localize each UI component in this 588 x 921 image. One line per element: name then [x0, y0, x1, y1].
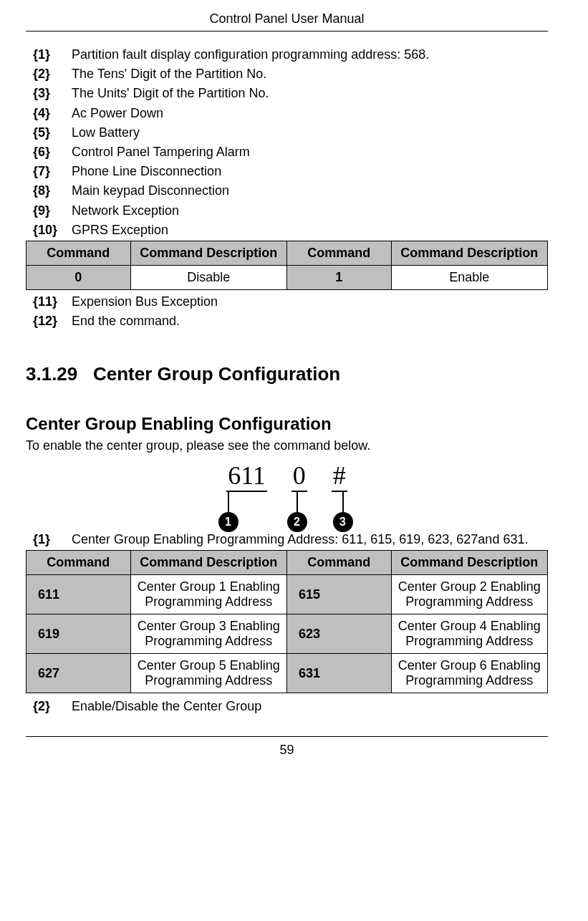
numbered-list-continued: {11}Expension Bus Exception {12}End the … — [26, 293, 548, 330]
command-table-disable-enable: Command Command Description Command Comm… — [26, 241, 548, 290]
cell-description: Center Group 3 Enabling Programming Addr… — [130, 614, 286, 654]
table-row: 619 Center Group 3 Enabling Programming … — [26, 614, 548, 654]
item-text: Partition fault display configuration pr… — [72, 46, 429, 64]
item-number: {7} — [33, 163, 63, 180]
diagram-segments: 611 0 # — [226, 460, 347, 492]
legend-number: {2} — [33, 698, 63, 715]
th: Command — [286, 241, 391, 265]
cell-description: Disable — [130, 265, 286, 289]
item-text: Expension Bus Exception — [72, 293, 218, 311]
cell-description: Enable — [391, 265, 547, 289]
command-diagram: 611 0 # 1 2 3 — [26, 460, 548, 526]
item-number: {4} — [33, 105, 63, 122]
page-footer: 59 — [26, 736, 548, 758]
list-item: {7}Phone Line Disconnection — [33, 163, 548, 180]
list-item: {11}Expension Bus Exception — [33, 293, 548, 311]
item-text: The Units' Digit of the Partition No. — [72, 85, 269, 102]
cell-command: 627 — [26, 654, 131, 693]
diagram-bubble-1: 1 — [218, 512, 238, 532]
th: Command Description — [130, 551, 286, 575]
cell-command: 1 — [286, 265, 391, 289]
item-text: Low Battery — [72, 124, 140, 142]
item-text: Main keypad Disconnection — [72, 182, 229, 200]
item-text: GPRS Exception — [72, 221, 168, 239]
item-text: The Tens' Digit of the Partition No. — [72, 65, 266, 83]
item-number: {8} — [33, 182, 63, 200]
cell-description: Center Group 1 Enabling Programming Addr… — [130, 575, 286, 614]
item-text: Phone Line Disconnection — [72, 163, 221, 180]
subsection-heading: Center Group Enabling Configuration — [26, 414, 548, 434]
item-number: {2} — [33, 65, 63, 83]
numbered-list-top: {1}Partition fault display configuration… — [26, 46, 548, 239]
item-text: Ac Power Down — [72, 105, 163, 122]
th: Command Description — [130, 241, 286, 265]
legend-text: Enable/Disable the Center Group — [72, 698, 261, 715]
item-number: {6} — [33, 143, 63, 161]
item-text: End the command. — [72, 312, 180, 330]
cell-description: Center Group 2 Enabling Programming Addr… — [391, 575, 547, 614]
item-number: {12} — [33, 312, 63, 330]
cell-command: 631 — [286, 654, 391, 693]
running-header: Control Panel User Manual — [26, 11, 548, 32]
list-item: {6}Control Panel Tampering Alarm — [33, 143, 548, 161]
command-table-center-group: Command Command Description Command Comm… — [26, 550, 548, 693]
cell-command: 623 — [286, 614, 391, 654]
section-number: 3.1.29 — [26, 363, 77, 385]
table-header-row: Command Command Description Command Comm… — [26, 241, 548, 265]
list-item: {10}GPRS Exception — [33, 221, 548, 239]
cell-description: Center Group 5 Enabling Programming Addr… — [130, 654, 286, 693]
item-text: Control Panel Tampering Alarm — [72, 143, 250, 161]
th: Command — [26, 241, 131, 265]
item-number: {10} — [33, 221, 63, 239]
cell-command: 615 — [286, 575, 391, 614]
table-row: 0 Disable 1 Enable — [26, 265, 548, 289]
diagram-stem-icon — [297, 492, 298, 513]
item-text: Network Exception — [72, 202, 179, 220]
diagram-stem-icon — [228, 492, 229, 513]
item-number: {3} — [33, 85, 63, 102]
list-item: {2}The Tens' Digit of the Partition No. — [33, 65, 548, 83]
th: Command Description — [391, 551, 547, 575]
list-item: {12}End the command. — [33, 312, 548, 330]
table-header-row: Command Command Description Command Comm… — [26, 551, 548, 575]
legend-number: {1} — [33, 531, 63, 549]
cell-description: Center Group 4 Enabling Programming Addr… — [391, 614, 547, 654]
diagram-stem-icon — [342, 492, 344, 513]
section-title: Center Group Configuration — [93, 363, 340, 385]
diagram-seg-3: # — [332, 460, 347, 492]
list-item: {9}Network Exception — [33, 202, 548, 220]
diagram-seg-1: 611 — [226, 460, 267, 492]
item-number: {5} — [33, 124, 63, 142]
page-number: 59 — [279, 743, 294, 757]
list-item: {3}The Units' Digit of the Partition No. — [33, 85, 548, 102]
item-number: {1} — [33, 46, 63, 64]
section-heading: 3.1.29 Center Group Configuration — [26, 363, 548, 385]
list-item: {4}Ac Power Down — [33, 105, 548, 122]
cell-command: 611 — [26, 575, 131, 614]
diagram-connectors: 1 2 3 — [205, 492, 370, 526]
diagram-bubble-2: 2 — [287, 512, 307, 532]
legend-text: Center Group Enabling Programming Addres… — [72, 531, 528, 549]
th: Command — [26, 551, 131, 575]
cell-command: 619 — [26, 614, 131, 654]
table-row: 627 Center Group 5 Enabling Programming … — [26, 654, 548, 693]
list-item: {1}Partition fault display configuration… — [33, 46, 548, 64]
cell-description: Center Group 6 Enabling Programming Addr… — [391, 654, 547, 693]
item-number: {11} — [33, 293, 63, 311]
cell-command: 0 — [26, 265, 131, 289]
th: Command Description — [391, 241, 547, 265]
table-row: 611 Center Group 1 Enabling Programming … — [26, 575, 548, 614]
legend-item-1: {1} Center Group Enabling Programming Ad… — [33, 531, 548, 549]
th: Command — [286, 551, 391, 575]
diagram-bubble-3: 3 — [333, 512, 353, 532]
page: Control Panel User Manual {1}Partition f… — [0, 0, 588, 775]
intro-paragraph: To enable the center group, please see t… — [26, 438, 548, 453]
list-item: {5}Low Battery — [33, 124, 548, 142]
list-item: {8}Main keypad Disconnection — [33, 182, 548, 200]
legend-item-2: {2} Enable/Disable the Center Group — [33, 698, 548, 715]
diagram-seg-2: 0 — [291, 460, 307, 492]
item-number: {9} — [33, 202, 63, 220]
